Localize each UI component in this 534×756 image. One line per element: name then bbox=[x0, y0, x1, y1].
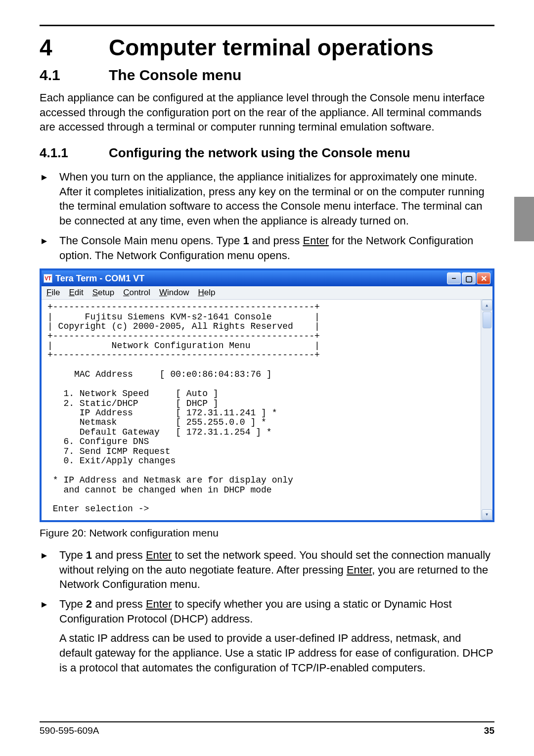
list-item: ▸ Type 1 and press Enter to set the netw… bbox=[40, 548, 494, 592]
section-heading: 4.1 The Console menu bbox=[40, 67, 494, 84]
terminal-body: +---------------------------------------… bbox=[42, 300, 492, 520]
bullet-list-1: ▸ When you turn on the appliance, the ap… bbox=[40, 170, 494, 263]
footer-rule bbox=[40, 721, 494, 722]
terminal-window: VT Tera Term - COM1 VT – ▢ ✕ File Edit S… bbox=[40, 268, 494, 522]
menu-window[interactable]: Window bbox=[159, 288, 189, 298]
intro-paragraph: Each appliance can be configured at the … bbox=[40, 90, 494, 134]
menu-setup[interactable]: Setup bbox=[92, 288, 114, 298]
list-item-text: The Console Main menu opens. Type 1 and … bbox=[59, 233, 494, 263]
triangle-bullet-icon: ▸ bbox=[40, 170, 59, 228]
terminal-titlebar: VT Tera Term - COM1 VT – ▢ ✕ bbox=[42, 270, 492, 286]
page-content: 4 Computer terminal operations 4.1 The C… bbox=[0, 0, 534, 700]
terminal-content[interactable]: +---------------------------------------… bbox=[42, 300, 481, 520]
scroll-down-icon[interactable]: ▾ bbox=[482, 509, 492, 520]
menu-edit[interactable]: Edit bbox=[69, 288, 83, 298]
scroll-up-icon[interactable]: ▴ bbox=[482, 300, 492, 311]
page-number: 35 bbox=[484, 725, 494, 736]
chapter-number: 4 bbox=[40, 34, 109, 61]
maximize-button[interactable]: ▢ bbox=[462, 272, 476, 284]
chapter-heading: 4 Computer terminal operations bbox=[40, 34, 494, 61]
list-item-text: When you turn on the appliance, the appl… bbox=[59, 170, 494, 228]
close-button[interactable]: ✕ bbox=[477, 272, 490, 284]
terminal-scrollbar[interactable]: ▴ ▾ bbox=[481, 300, 492, 520]
doc-id: 590-595-609A bbox=[40, 725, 99, 736]
subsection-heading: 4.1.1 Configuring the network using the … bbox=[40, 145, 494, 161]
top-rule bbox=[40, 25, 494, 26]
triangle-bullet-icon: ▸ bbox=[40, 548, 59, 592]
scroll-thumb[interactable] bbox=[483, 311, 491, 328]
list-item: ▸ The Console Main menu opens. Type 1 an… bbox=[40, 233, 494, 263]
section-number: 4.1 bbox=[40, 67, 109, 84]
section-title: The Console menu bbox=[109, 67, 241, 84]
list-item: ▸ Type 2 and press Enter to specify whet… bbox=[40, 597, 494, 626]
window-buttons: – ▢ ✕ bbox=[447, 272, 490, 284]
menu-file[interactable]: File bbox=[46, 288, 60, 298]
figure-caption: Figure 20: Network configuration menu bbox=[40, 527, 494, 539]
triangle-bullet-icon: ▸ bbox=[40, 233, 59, 263]
page-footer: 590-595-609A 35 bbox=[40, 721, 494, 736]
triangle-bullet-icon: ▸ bbox=[40, 597, 59, 626]
menu-help[interactable]: Help bbox=[198, 288, 215, 298]
terminal-menubar: File Edit Setup Control Window Help bbox=[42, 286, 492, 300]
tail-paragraph: A static IP address can be used to provi… bbox=[59, 631, 494, 675]
menu-control[interactable]: Control bbox=[123, 288, 150, 298]
terminal-app-icon: VT bbox=[44, 274, 52, 283]
terminal-title-left: VT Tera Term - COM1 VT bbox=[44, 273, 144, 284]
subsection-title: Configuring the network using the Consol… bbox=[109, 145, 410, 161]
bullet-list-2: ▸ Type 1 and press Enter to set the netw… bbox=[40, 548, 494, 626]
subsection-number: 4.1.1 bbox=[40, 145, 109, 161]
chapter-title: Computer terminal operations bbox=[109, 34, 434, 61]
list-item-text: Type 2 and press Enter to specify whethe… bbox=[59, 597, 494, 626]
terminal-title: Tera Term - COM1 VT bbox=[55, 273, 144, 284]
list-item: ▸ When you turn on the appliance, the ap… bbox=[40, 170, 494, 228]
minimize-button[interactable]: – bbox=[447, 272, 461, 284]
list-item-text: Type 1 and press Enter to set the networ… bbox=[59, 548, 494, 592]
